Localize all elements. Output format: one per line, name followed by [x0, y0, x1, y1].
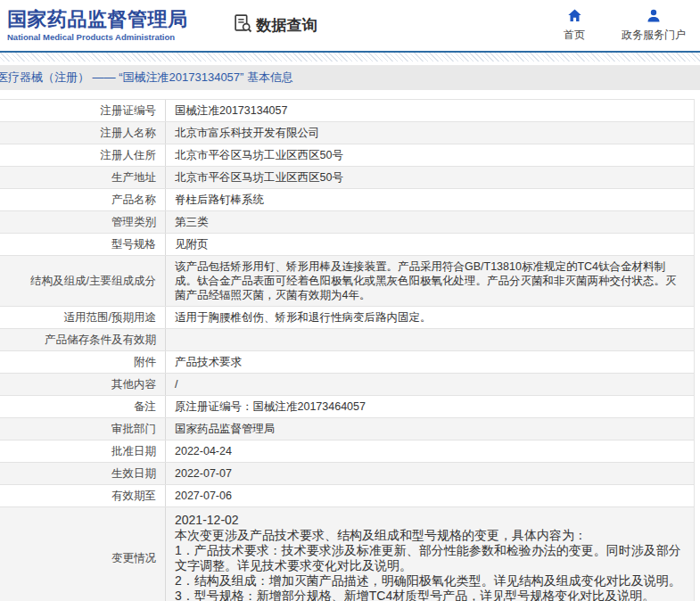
table-row: 生效日期 2022-07-07	[0, 463, 694, 485]
table-row: 注册人名称 北京市富乐科技开发有限公司	[0, 122, 694, 144]
table-row: 注册人住所 北京市平谷区马坊工业区西区50号	[0, 144, 694, 167]
header: 国家药品监督管理局 National Medical Products Admi…	[0, 0, 700, 51]
row-label: 批准日期	[0, 440, 166, 462]
breadcrumb: 医疗器械（注册） —— “国械注准20173134057” 基本信息	[0, 70, 293, 86]
nav-portal-label: 政务服务门户	[622, 28, 686, 43]
agency-subtitle: National Medical Products Administration	[7, 32, 188, 42]
row-value: /	[166, 374, 694, 395]
row-value	[166, 329, 694, 350]
table-row: 审批部门 国家药品监督管理局	[0, 418, 694, 440]
home-icon	[567, 9, 582, 25]
row-label: 生产地址	[0, 167, 166, 188]
row-value: 国械注准20173134057	[166, 100, 694, 121]
nav-home[interactable]: 首页	[552, 9, 597, 43]
row-label: 型号规格	[0, 234, 166, 255]
row-label: 注册人住所	[0, 144, 166, 166]
table-row: 其他内容 /	[0, 374, 694, 396]
row-value: 原注册证编号：国械注准20173464057	[166, 396, 694, 417]
breadcrumb-bar: 医疗器械（注册） —— “国械注准20173134057” 基本信息	[0, 65, 700, 90]
row-label: 注册证编号	[0, 100, 166, 121]
row-label: 产品名称	[0, 189, 166, 210]
table-row: 型号规格 见附页	[0, 234, 694, 256]
table-row: 结构及组成/主要组成成分 该产品包括矫形用钉、矫形用棒及连接装置。产品采用符合G…	[0, 256, 694, 307]
data-query-icon	[233, 13, 253, 37]
table-row: 有效期至 2027-07-06	[0, 485, 694, 507]
table-row: 变更情况 2021-12-02 本次变更涉及产品技术要求、结构及组成和型号规格的…	[0, 507, 694, 601]
table-row: 产品名称 脊柱后路钉棒系统	[0, 189, 694, 211]
hatch-band	[0, 53, 700, 62]
row-label: 备注	[0, 396, 166, 417]
row-value: 见附页	[166, 234, 694, 255]
row-value: 2027-07-06	[166, 485, 694, 506]
top-nav: 首页 政务服务门户	[552, 9, 700, 43]
row-label: 产品储存条件及有效期	[0, 329, 166, 350]
nav-home-label: 首页	[564, 28, 585, 43]
row-value: 产品技术要求	[166, 351, 694, 373]
data-query-tab[interactable]: 数据查询	[233, 13, 317, 37]
row-label: 附件	[0, 351, 166, 373]
row-label: 其他内容	[0, 374, 166, 395]
row-value: 2022-04-24	[166, 440, 694, 462]
row-label: 结构及组成/主要组成成分	[0, 256, 166, 306]
row-value: 北京市平谷区马坊工业区西区50号	[166, 144, 694, 166]
row-label: 有效期至	[0, 485, 166, 506]
row-value: 2022-07-07	[166, 463, 694, 484]
row-value: 北京市富乐科技开发有限公司	[166, 122, 694, 144]
row-value: 该产品包括矫形用钉、矫形用棒及连接装置。产品采用符合GB/T13810标准规定的…	[166, 256, 694, 306]
info-table-body: 注册证编号 国械注准20173134057 注册人名称 北京市富乐科技开发有限公…	[0, 100, 694, 601]
table-row: 管理类别 第三类	[0, 211, 694, 234]
row-label: 管理类别	[0, 211, 166, 233]
row-value: 2021-12-02 本次变更涉及产品技术要求、结构及组成和型号规格的变更，具体…	[166, 507, 694, 601]
row-label: 适用范围/预期用途	[0, 307, 166, 328]
row-label: 注册人名称	[0, 122, 166, 144]
table-row: 批准日期 2022-04-24	[0, 440, 694, 463]
table-row: 适用范围/预期用途 适用于胸腰椎创伤、矫形和退行性病变后路内固定。	[0, 307, 694, 329]
row-label: 审批部门	[0, 418, 166, 440]
data-query-label: 数据查询	[257, 15, 317, 36]
table-row: 备注 原注册证编号：国械注准20173464057	[0, 396, 694, 418]
user-icon	[646, 9, 661, 25]
row-value: 适用于胸腰椎创伤、矫形和退行性病变后路内固定。	[166, 307, 694, 328]
row-value: 北京市平谷区马坊工业区西区50号	[166, 167, 694, 188]
row-label: 变更情况	[0, 507, 166, 601]
table-row: 附件 产品技术要求	[0, 351, 694, 374]
row-value: 第三类	[166, 211, 694, 233]
nav-portal[interactable]: 政务服务门户	[622, 9, 686, 43]
table-row: 产品储存条件及有效期	[0, 329, 694, 351]
agency-title: 国家药品监督管理局	[7, 9, 188, 30]
row-label: 生效日期	[0, 463, 166, 484]
row-value: 脊柱后路钉棒系统	[166, 189, 694, 210]
table-row: 生产地址 北京市平谷区马坊工业区西区50号	[0, 167, 694, 189]
table-row: 注册证编号 国械注准20173134057	[0, 100, 694, 122]
row-value: 国家药品监督管理局	[166, 418, 694, 440]
info-table: 注册证编号 国械注准20173134057 注册人名称 北京市富乐科技开发有限公…	[0, 99, 695, 601]
agency-logo: 国家药品监督管理局 National Medical Products Admi…	[7, 9, 188, 42]
